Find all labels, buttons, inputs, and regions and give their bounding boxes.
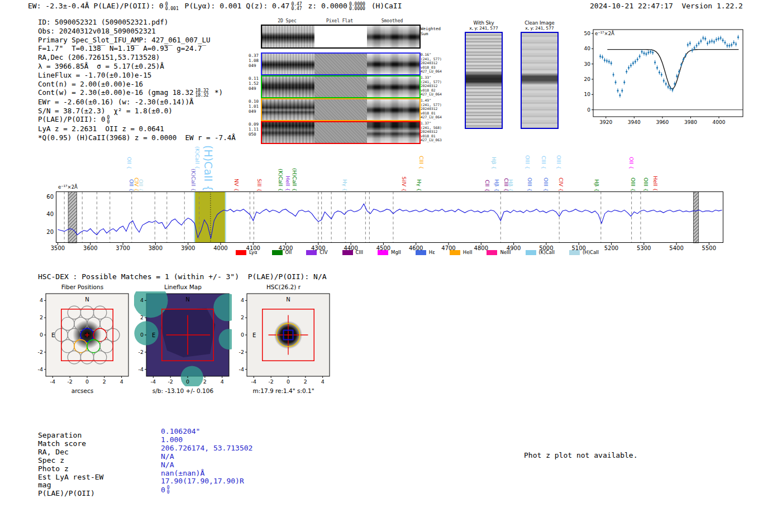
phot-z-notice: Phot z plot not available. <box>524 451 638 459</box>
legend-item: HeII <box>450 250 473 255</box>
match-row-value: 17.90(17.90,17.90)R <box>161 477 252 486</box>
info-line: F=1.7" T=0.13̅8̅ N=1.1̅9̅ A=0.9̅3̅ g=24.… <box>38 44 236 53</box>
emission-line-label: (K)CaII { <box>278 169 284 191</box>
info-line: P(LAE)/P(OII): 000 <box>38 115 236 124</box>
hsc-image-panel: HSC(26.2) r NE-4-4-2-2002244 m:17.9 re:1… <box>235 284 332 398</box>
svg-text:0: 0 <box>186 378 189 385</box>
spec2d-figure: 2D Spec Pixel Flat Smoothed Weighted Sum… <box>249 18 444 146</box>
line-fit-plot: 0102030405039203940396039804000e⁻¹⁷×2Å <box>575 25 748 131</box>
svg-text:-2: -2 <box>268 378 273 385</box>
svg-text:-4: -4 <box>239 366 244 372</box>
match-table-labels: SeparationMatch scoreRA, DecSpec zPhoto … <box>38 432 103 498</box>
fraction: 00 <box>167 486 170 495</box>
spec2d-row <box>261 52 421 75</box>
emission-line-label: Hβ { <box>491 157 497 169</box>
info-line: S/N = 38.7(±2.3) χ² = 1.8(±0.0) <box>38 107 236 116</box>
fraction: 18.3218.32 <box>195 89 208 98</box>
spec2d-image <box>262 76 314 97</box>
spectrum-plot <box>56 191 723 247</box>
clean-image-title: Clean Image <box>517 20 562 26</box>
legend-item: OII <box>272 250 292 255</box>
match-table-values: 0.106204"1.000206.726174, 53.713502N/AN/… <box>161 428 252 495</box>
svg-text:3920: 3920 <box>599 119 612 125</box>
emission-line-label: HeII { <box>652 176 659 191</box>
emission-line-label: OIII { <box>527 178 533 191</box>
legend-item: CIV <box>306 250 327 255</box>
lineflux-map-plot: NE-4-4-2-2002244 <box>134 291 232 386</box>
legend-label: Hε <box>429 250 435 255</box>
svg-text:N: N <box>185 296 189 303</box>
header-ew: EW: -2.3±-0.4Å P(LAE)/P(OII): 0 <box>28 2 164 10</box>
match-row-value: 000 <box>161 486 252 495</box>
emission-line-label: Hγ { <box>416 179 422 191</box>
svg-text:0: 0 <box>241 332 244 338</box>
spec2d-weighted-row <box>261 25 421 49</box>
emission-line-label: OIII { <box>543 178 549 191</box>
svg-text:20: 20 <box>584 76 591 82</box>
fiber-positions-panel: Fiber Positions NE-4-4-2-2002244 arcsecs <box>34 284 131 398</box>
info-line: RA,Dec (206.726151,53.713528) <box>38 53 236 62</box>
emission-line-label: OIII { <box>643 178 649 191</box>
legend-item: (K)CaII <box>526 250 555 255</box>
svg-text:E: E <box>252 332 256 338</box>
smoothed-image <box>367 122 419 143</box>
emission-line-label: CIII { <box>418 156 425 169</box>
row-left-label: 0.111.52049 <box>249 76 260 91</box>
emission-line-labels: OII {OII {CIV {OII {(K)CaII {(K)CaII {(H… <box>56 144 723 191</box>
emission-line-label: CIII { <box>541 156 547 169</box>
header-meta: 2024-10-21 22:47:17 Version 1.22.2 <box>590 2 743 10</box>
header-summary: EW: -2.3±-0.4Å P(LAE)/P(OII): 000.001 P(… <box>28 2 402 11</box>
match-row-label: Photo z <box>38 465 103 473</box>
full-spectrum-figure: e⁻¹⁷×2Å OII {OII {CIV {OII {(K)CaII {(K)… <box>0 144 782 261</box>
legend-swatch <box>569 250 580 255</box>
svg-text:0: 0 <box>140 332 144 338</box>
svg-text:2: 2 <box>304 378 307 385</box>
legend-swatch <box>526 250 536 255</box>
svg-text:0: 0 <box>40 332 43 338</box>
legend-item: Lyα <box>236 250 258 255</box>
info-line: λ = 3966.85Å σ = 5.17(±0.25)Å <box>38 62 236 71</box>
match-row-value: 1.000 <box>161 436 252 444</box>
legend-item: (H)CaII <box>569 250 599 255</box>
pixelflat-image <box>314 122 367 143</box>
match-row-value: N/A <box>161 461 252 469</box>
emission-line-label: (H)CaII { <box>292 168 298 191</box>
x-tick-label: 4000 <box>209 245 232 251</box>
match-row-label: RA, Dec <box>38 448 103 457</box>
svg-text:50: 50 <box>584 31 591 36</box>
spec2d-row <box>261 75 421 98</box>
legend-label: MgII <box>391 250 401 255</box>
svg-text:-2: -2 <box>67 378 72 385</box>
row-left-label: 0.101.01049 <box>249 99 260 114</box>
legend-item: MgII <box>378 250 401 255</box>
emission-line-label: Hβ { <box>594 179 600 191</box>
svg-text:N: N <box>85 296 89 303</box>
svg-text:4: 4 <box>221 378 224 385</box>
spec2d-title-2dspec: 2D Spec <box>261 18 313 23</box>
hsc-image-title: HSC(26.2) r <box>235 284 332 290</box>
fiber-positions-xlabel: arcsecs <box>34 387 131 394</box>
spec2d-row <box>261 98 421 121</box>
pixelflat-image <box>314 76 367 97</box>
y-tick-label: 60 <box>41 194 54 200</box>
emission-line-label: Hβ { <box>508 179 514 191</box>
svg-text:0: 0 <box>587 107 590 113</box>
spec2d-image <box>262 122 314 143</box>
legend-swatch <box>236 250 246 255</box>
legend-item: Hε <box>416 250 435 255</box>
svg-text:4: 4 <box>140 297 144 303</box>
row-right-label: 1.49"(241, 577)20240312v018_01427_LU_064 <box>421 98 445 119</box>
x-tick-label: 5200 <box>600 245 622 251</box>
clean-image <box>521 32 559 129</box>
legend-swatch <box>416 250 426 255</box>
qz-fraction: 0.470.47 <box>291 2 302 11</box>
svg-text:2: 2 <box>103 378 106 385</box>
smoothed-image <box>367 76 419 97</box>
hsc-dex-summary: HSC-DEX : Possible Matches = 1 (within +… <box>38 272 327 281</box>
legend-label: (K)CaII <box>539 250 555 255</box>
svg-text:30: 30 <box>584 61 591 67</box>
info-line: LyA z = 2.2631 OII z = 0.0641 <box>38 124 236 133</box>
legend-label: NeIII <box>500 250 511 255</box>
with-sky-panel: With Sky x, y: 241, 577 <box>461 20 506 129</box>
match-row-value: 206.726174, 53.713502 <box>161 444 252 453</box>
